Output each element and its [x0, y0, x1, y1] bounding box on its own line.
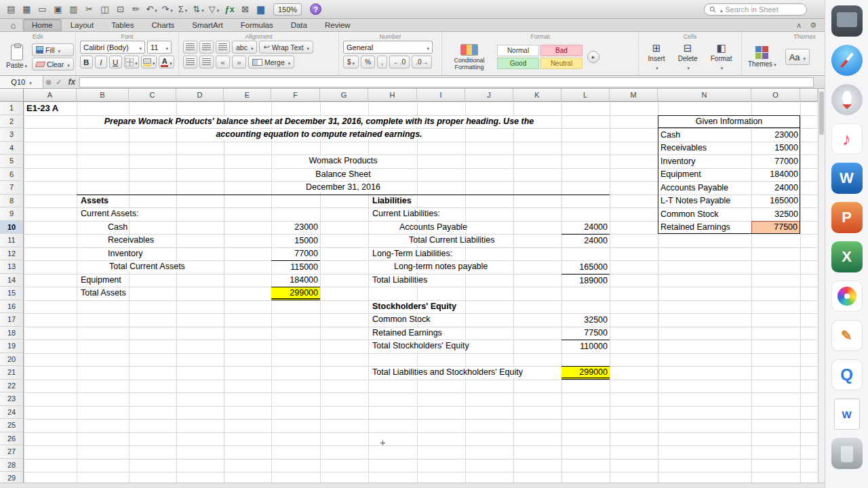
cell-N7[interactable]: Accounts Payable — [658, 181, 751, 195]
themes-button[interactable]: Themes — [746, 46, 778, 68]
bold-button[interactable]: B — [80, 56, 93, 68]
align-left-button[interactable] — [183, 41, 197, 54]
cell-style-good[interactable]: Good — [497, 58, 539, 69]
cell-style-neutral[interactable]: Neutral — [540, 58, 583, 69]
cell-H14[interactable]: Total Liabilities — [368, 274, 561, 287]
font-size-select[interactable]: 11 — [147, 41, 172, 54]
home-icon[interactable]: ⌂ — [4, 19, 23, 31]
cell-B8[interactable]: Assets — [77, 195, 271, 208]
clear-button[interactable]: Clear — [32, 58, 74, 70]
align-top-button[interactable] — [183, 56, 197, 68]
toolbox-icon[interactable]: ⊠ — [238, 2, 252, 17]
col-header-J[interactable]: J — [465, 89, 513, 102]
zoom-control[interactable]: 150% — [273, 3, 302, 16]
cell-L21[interactable]: 299000 — [561, 366, 610, 380]
cell-L14[interactable]: 189000 — [561, 274, 610, 287]
vertical-scrollbar[interactable] — [818, 89, 825, 483]
cell-H21[interactable]: Total Liabilities and Stockholders' Equi… — [368, 366, 561, 380]
row-header-13[interactable]: 13 — [0, 260, 24, 274]
col-header-G[interactable]: G — [320, 89, 368, 102]
more-styles-button[interactable]: ▸ — [587, 51, 599, 63]
wrap-text-button[interactable]: ↩Wrap Text — [259, 41, 313, 54]
row-header-25[interactable]: 25 — [0, 419, 24, 432]
save-icon[interactable]: ▣ — [51, 2, 65, 17]
row-header-5[interactable]: 5 — [0, 155, 24, 168]
cell-B3[interactable]: accounting equation to compute retained … — [77, 128, 561, 142]
open-icon[interactable]: ▭ — [35, 2, 50, 17]
cell-A1[interactable]: E1-23 A — [24, 102, 129, 115]
cell-L17[interactable]: 32500 — [561, 313, 610, 327]
align-right-button[interactable] — [216, 41, 230, 54]
cell-O10[interactable]: 77500 — [751, 221, 800, 235]
row-header-17[interactable]: 17 — [0, 313, 24, 327]
col-header-partial[interactable] — [800, 89, 818, 102]
row-header-12[interactable]: 12 — [0, 247, 24, 261]
cell-B13[interactable]: Total Current Assets — [77, 260, 271, 274]
cell-B5[interactable]: Womack Products — [77, 155, 610, 168]
dock-icon-photos[interactable] — [831, 281, 863, 312]
col-header-N[interactable]: N — [658, 89, 751, 102]
cell-B10[interactable]: Cash — [77, 221, 271, 235]
cell-N9[interactable]: Common Stock — [658, 207, 751, 221]
cell-H18[interactable]: Retained Earnings — [368, 327, 561, 340]
row-header-20[interactable]: 20 — [0, 353, 24, 367]
tab-home[interactable]: Home — [23, 19, 62, 31]
paste-button[interactable]: Paste — [4, 45, 29, 69]
delete-button[interactable]: ⊟Delete — [676, 43, 700, 71]
cell-L18[interactable]: 77500 — [561, 327, 610, 340]
cell-L13[interactable]: 165000 — [561, 260, 610, 274]
row-header-16[interactable]: 16 — [0, 300, 24, 314]
cell-H16[interactable]: Stockholders' Equity — [368, 300, 561, 314]
row-header-19[interactable]: 19 — [0, 340, 24, 353]
row-header-1[interactable]: 1 — [0, 102, 24, 115]
text-orientation-button[interactable]: abc — [232, 41, 257, 54]
cell-L11[interactable]: 24000 — [561, 234, 610, 247]
row-header-27[interactable]: 27 — [0, 445, 24, 459]
vertical-scrollbar-thumb[interactable] — [819, 92, 824, 135]
cell-F11[interactable]: 15000 — [271, 234, 320, 247]
cell-H13[interactable]: Long-term notes payable — [368, 260, 561, 274]
cell-L10[interactable]: 24000 — [561, 221, 610, 235]
select-all-corner[interactable] — [0, 89, 24, 102]
cell-O5[interactable]: 77000 — [751, 155, 800, 168]
dock-icon-music[interactable]: ♪ — [831, 123, 863, 155]
cell-style-normal[interactable]: Normal — [497, 45, 539, 56]
cell-N5[interactable]: Inventory — [658, 155, 751, 168]
new-from-template-icon[interactable]: ▦ — [20, 2, 34, 17]
cell-B15[interactable]: Total Assets — [77, 287, 271, 300]
cell-B2[interactable]: Prepare Womack Products' balance sheet a… — [77, 115, 561, 129]
cancel-icon[interactable]: ⊗ — [45, 78, 52, 87]
cell-H17[interactable]: Common Stock — [368, 313, 561, 327]
dock-icon-quicktime[interactable]: Q — [831, 359, 863, 390]
tab-smartart[interactable]: SmartArt — [183, 19, 231, 31]
decrease-indent-button[interactable]: « — [216, 56, 230, 68]
col-header-E[interactable]: E — [224, 89, 271, 102]
row-header-21[interactable]: 21 — [0, 366, 24, 380]
cell-H12[interactable]: Long-Term Liabilities: — [368, 247, 561, 261]
cell-B9[interactable]: Current Assets: — [77, 207, 271, 221]
number-format-select[interactable]: General — [343, 41, 433, 54]
cell-H9[interactable]: Current Liabilities: — [368, 207, 561, 221]
cell-H11[interactable]: Total Current Liabilities — [368, 234, 561, 247]
cell-F15[interactable]: 299000 — [271, 287, 320, 300]
cell-O6[interactable]: 184000 — [751, 168, 800, 182]
increase-indent-button[interactable]: » — [232, 56, 246, 68]
cell-F14[interactable]: 184000 — [271, 274, 320, 287]
cell-B11[interactable]: Receivables — [77, 234, 271, 247]
row-header-10[interactable]: 10 — [0, 221, 24, 235]
cell-O7[interactable]: 24000 — [751, 181, 800, 195]
dock-icon-display[interactable] — [831, 5, 863, 37]
horizontal-scrollbar[interactable] — [0, 483, 825, 488]
col-header-C[interactable]: C — [129, 89, 176, 102]
underline-button[interactable]: U — [109, 56, 122, 68]
col-header-B[interactable]: B — [77, 89, 129, 102]
font-color-button[interactable]: A — [159, 56, 174, 68]
cell-N6[interactable]: Equipment — [658, 168, 751, 182]
row-header-4[interactable]: 4 — [0, 142, 24, 155]
align-center-button[interactable] — [199, 41, 214, 54]
col-header-F[interactable]: F — [271, 89, 320, 102]
cell-style-bad[interactable]: Bad — [540, 45, 583, 56]
tab-tables[interactable]: Tables — [102, 19, 142, 31]
dock-icon-launchpad[interactable] — [831, 84, 863, 115]
cell-L19[interactable]: 110000 — [561, 340, 610, 353]
